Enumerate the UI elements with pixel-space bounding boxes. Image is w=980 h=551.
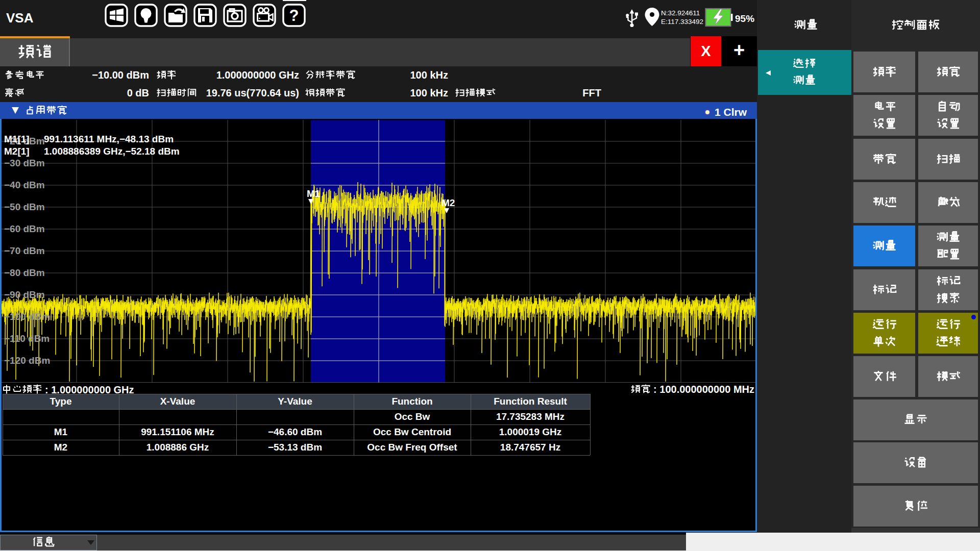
svg-text:M2: M2: [442, 197, 455, 208]
svg-text:M1: M1: [307, 188, 321, 199]
svg-text:?: ?: [289, 7, 299, 24]
